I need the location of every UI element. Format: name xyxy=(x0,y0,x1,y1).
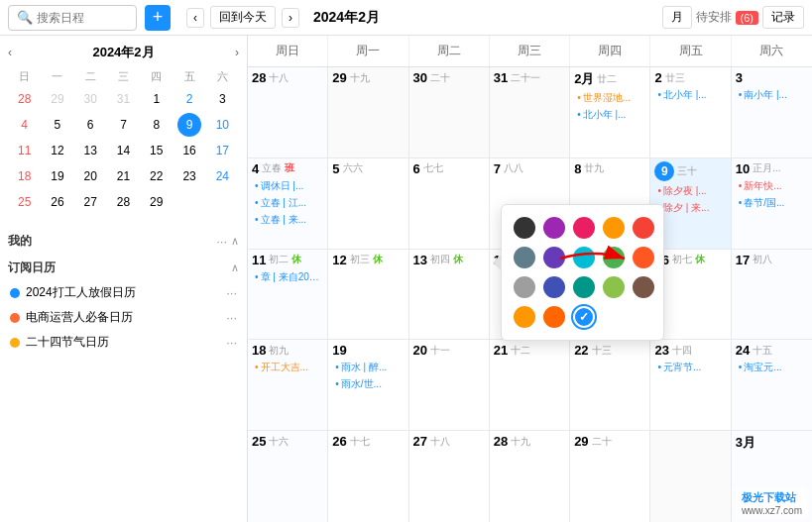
mini-cal-day[interactable]: 22 xyxy=(145,164,169,188)
cal-cell[interactable]: 13初四休 xyxy=(409,250,490,340)
mini-cal-prev[interactable]: ‹ xyxy=(8,46,12,59)
color-swatch[interactable] xyxy=(633,247,654,268)
event-item[interactable]: 北小年 |... xyxy=(574,107,645,123)
mini-cal-day[interactable]: 29 xyxy=(145,190,169,214)
mini-cal-day[interactable]: 28 xyxy=(13,87,37,111)
cal-cell[interactable]: 22十三 xyxy=(570,340,650,430)
cal-cell[interactable]: 26十七 xyxy=(328,431,408,522)
event-item[interactable]: 春节/国... xyxy=(736,195,808,211)
mini-cal-day[interactable]: 28 xyxy=(111,190,135,214)
mini-cal-day[interactable]: 17 xyxy=(210,139,234,162)
today-button[interactable]: 回到今天 xyxy=(210,6,276,29)
mini-cal-day[interactable] xyxy=(210,190,234,214)
month-view-button[interactable]: 月 xyxy=(662,6,692,29)
cal-cell[interactable]: 31二十一 xyxy=(490,67,570,157)
search-input[interactable] xyxy=(37,11,126,25)
cal-cell[interactable]: 17初八 xyxy=(732,250,812,340)
add-schedule-button[interactable]: + xyxy=(145,5,171,31)
cal-cell[interactable]: 28十八 xyxy=(248,67,328,157)
cal-cell[interactable]: 6七七 xyxy=(409,158,490,249)
cal-cell[interactable]: 11初二休章 | 来自2024打工人放假日历 xyxy=(248,250,328,340)
subscription-item[interactable]: 二十四节气日历··· xyxy=(8,330,239,355)
cal-cell[interactable]: 5六六 xyxy=(328,158,408,249)
event-item[interactable]: 淘宝元... xyxy=(736,360,808,375)
cal-cell[interactable]: 29二十 xyxy=(570,431,650,522)
mini-cal-day[interactable]: 1 xyxy=(145,87,169,111)
color-swatch[interactable] xyxy=(603,276,625,298)
record-button[interactable]: 记录 xyxy=(762,6,804,29)
event-item[interactable]: 调休日 |... xyxy=(252,178,323,194)
mini-cal-day[interactable]: 19 xyxy=(46,164,69,188)
color-swatch[interactable] xyxy=(603,247,625,268)
event-item[interactable]: 雨水/世... xyxy=(332,376,404,392)
event-item[interactable]: 世界湿地... xyxy=(574,90,645,106)
color-swatch[interactable] xyxy=(573,247,595,268)
mini-cal-day[interactable]: 8 xyxy=(145,113,169,137)
mini-cal-day[interactable]: 13 xyxy=(78,139,102,162)
mini-cal-day[interactable]: 12 xyxy=(46,139,69,162)
mini-cal-day[interactable] xyxy=(177,190,201,214)
mini-cal-day[interactable]: 25 xyxy=(13,190,37,214)
mini-cal-day[interactable]: 27 xyxy=(78,190,102,214)
event-item[interactable]: 章 | 来自2024打工人放假日历 xyxy=(252,269,323,285)
cal-cell[interactable]: 21十二 xyxy=(490,340,570,430)
subscription-more-button[interactable]: ··· xyxy=(226,335,237,350)
cal-cell[interactable]: 24十五淘宝元... xyxy=(732,340,812,430)
subscription-more-button[interactable]: ··· xyxy=(226,310,237,325)
event-item[interactable]: 开工大吉... xyxy=(252,360,323,375)
color-swatch[interactable] xyxy=(514,217,535,239)
mini-cal-day[interactable]: 3 xyxy=(210,87,234,111)
cal-cell[interactable]: 25十六 xyxy=(248,431,328,522)
color-swatch[interactable] xyxy=(603,217,625,239)
cal-cell[interactable]: 19雨水 | 醉...雨水/世... xyxy=(328,340,408,430)
cal-cell[interactable]: 18初九开工大吉... xyxy=(248,340,328,430)
mini-cal-day[interactable]: 16 xyxy=(177,139,201,162)
color-swatch[interactable] xyxy=(514,306,535,328)
event-item[interactable]: 立春 | 江... xyxy=(252,195,323,211)
color-swatch[interactable] xyxy=(543,276,565,298)
mini-cal-day[interactable]: 6 xyxy=(78,113,102,137)
mini-cal-day[interactable]: 30 xyxy=(78,87,102,111)
next-month-button[interactable]: › xyxy=(282,8,299,28)
mini-cal-day[interactable]: 2 xyxy=(177,87,201,111)
color-swatch[interactable] xyxy=(514,276,535,298)
color-swatch[interactable] xyxy=(633,276,654,298)
mini-cal-day[interactable]: 24 xyxy=(210,164,234,188)
color-swatch[interactable] xyxy=(543,217,565,239)
mini-cal-day[interactable]: 5 xyxy=(46,113,69,137)
cal-cell[interactable] xyxy=(650,431,731,522)
mini-cal-day[interactable]: 29 xyxy=(46,87,69,111)
my-more-button[interactable]: ··· xyxy=(216,234,227,249)
mini-cal-day[interactable]: 18 xyxy=(13,164,37,188)
cal-cell[interactable]: 23十四元宵节... xyxy=(650,340,731,430)
mini-cal-day[interactable]: 20 xyxy=(78,164,102,188)
color-swatch[interactable] xyxy=(543,247,565,268)
cal-cell[interactable]: 29十九 xyxy=(328,67,408,157)
mini-cal-day[interactable]: 23 xyxy=(177,164,201,188)
mini-cal-day[interactable]: 26 xyxy=(46,190,69,214)
mini-cal-day[interactable]: 9 xyxy=(177,113,201,137)
cal-cell[interactable]: 2月廿二世界湿地...北小年 |... xyxy=(570,67,650,157)
mini-cal-day[interactable]: 7 xyxy=(111,113,135,137)
color-swatch[interactable] xyxy=(543,306,565,328)
mini-cal-day[interactable]: 31 xyxy=(111,87,135,111)
mini-cal-day[interactable]: 15 xyxy=(145,139,169,162)
event-item[interactable]: 新年快... xyxy=(736,178,808,194)
mini-cal-day[interactable]: 14 xyxy=(111,139,135,162)
prev-month-button[interactable]: ‹ xyxy=(186,8,204,28)
mini-cal-day[interactable]: 10 xyxy=(210,113,234,137)
event-item[interactable]: 立春 | 来... xyxy=(252,212,323,228)
cal-cell[interactable]: 12初三休 xyxy=(328,250,408,340)
color-swatch[interactable] xyxy=(573,217,595,239)
cal-cell[interactable]: 27十八 xyxy=(409,431,490,522)
event-item[interactable]: 除夕 | 来... xyxy=(654,200,726,216)
cal-cell[interactable]: 10正月...新年快...春节/国... xyxy=(732,158,812,249)
subscription-more-button[interactable]: ··· xyxy=(226,285,237,300)
event-item[interactable]: 南小年 |... xyxy=(736,87,808,103)
cal-cell[interactable]: 2廿三北小年 |... xyxy=(650,67,731,157)
mini-cal-next[interactable]: › xyxy=(235,46,239,59)
subscription-item[interactable]: 2024打工人放假日历··· xyxy=(8,280,239,305)
subscription-collapse-button[interactable]: ∧ xyxy=(231,261,239,274)
mini-cal-day[interactable]: 4 xyxy=(13,113,37,137)
color-swatch[interactable] xyxy=(633,217,654,239)
